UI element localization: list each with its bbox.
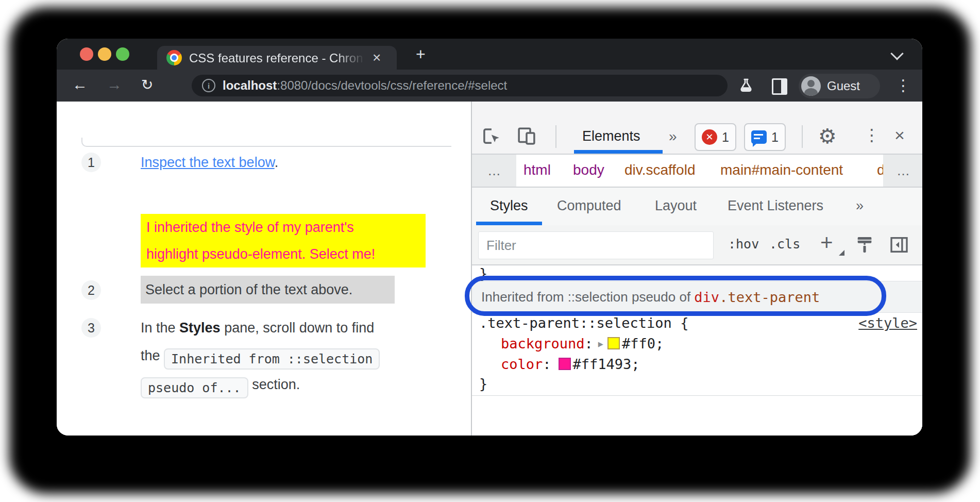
- devtools-menu-icon[interactable]: ⋮: [864, 125, 880, 145]
- demo-box-bottom-edge: [81, 138, 451, 147]
- step-2-text: Select a portion of the text above.: [145, 282, 352, 298]
- tab-title: CSS features reference - Chron: [189, 51, 368, 66]
- screenshot-root: CSS features reference - Chron × + ← → ↻…: [0, 0, 980, 502]
- devtools-close-icon[interactable]: ×: [894, 125, 905, 145]
- rule-close-brace: }: [479, 376, 487, 392]
- tab-event-listeners[interactable]: Event Listeners: [728, 198, 823, 214]
- crumb-body[interactable]: body: [573, 162, 604, 178]
- tab-styles[interactable]: Styles: [490, 198, 528, 214]
- profile-button[interactable]: Guest: [799, 74, 880, 98]
- new-style-rule-button[interactable]: +: [820, 230, 833, 255]
- inherited-node-class[interactable]: .text-parent: [719, 289, 820, 305]
- step-number: 3: [81, 318, 101, 338]
- inherited-from-section: Inherited from ::selection pseudo of div…: [472, 281, 922, 313]
- inspect-element-icon[interactable]: [480, 125, 502, 149]
- browser-tab[interactable]: CSS features reference - Chron ×: [157, 46, 397, 70]
- address-bar[interactable]: i localhost:8080/docs/devtools/css/refer…: [192, 75, 728, 96]
- page-viewport: 1 Inspect the text below. I inherited th…: [57, 102, 471, 436]
- tab-layout[interactable]: Layout: [655, 198, 697, 214]
- active-sidebar-tab-underline: [476, 222, 542, 225]
- inspect-link[interactable]: Inspect the text below: [141, 155, 275, 170]
- issues-icon: [751, 130, 767, 144]
- crumb-html[interactable]: html: [523, 162, 551, 178]
- colon: :: [585, 336, 593, 352]
- back-button[interactable]: ←: [72, 76, 88, 93]
- more-tabs-chevron-icon[interactable]: »: [856, 198, 864, 214]
- step-3-line-3: pseudo of... section.: [141, 377, 300, 398]
- profile-name: Guest: [827, 79, 860, 93]
- dom-breadcrumbs: … html body div.scaffold main#main-conte…: [472, 155, 922, 188]
- url-path: :8080/docs/devtools/css/reference/#selec…: [277, 78, 507, 92]
- highlight-line-1: I inherited the style of my parent's: [146, 220, 354, 236]
- url-host: localhost: [223, 78, 277, 92]
- toggle-sidebar-icon[interactable]: [888, 235, 910, 257]
- step-3-line-2: the Inherited from ::selection: [141, 348, 380, 370]
- toggle-hover-state-button[interactable]: :hov: [728, 237, 759, 252]
- section-divider: [472, 395, 922, 396]
- colon: :: [543, 356, 551, 372]
- minimize-window-button[interactable]: [98, 47, 111, 61]
- crumb-main-content[interactable]: main#main-content: [720, 162, 843, 178]
- rule-origin-link[interactable]: <style>: [858, 315, 917, 331]
- inline-code-2: pseudo of...: [141, 377, 248, 398]
- step-3-pre: In the: [141, 320, 179, 336]
- forward-button[interactable]: →: [107, 76, 122, 93]
- close-window-button[interactable]: [80, 47, 93, 61]
- crumbs-overflow-right[interactable]: …: [883, 155, 922, 187]
- styles-pane: } Inherited from ::selection pseudo of d…: [472, 265, 922, 436]
- console-errors-badge[interactable]: ✕ 1: [695, 123, 736, 151]
- rendering-brush-icon[interactable]: [854, 235, 875, 257]
- rule-declaration-background[interactable]: background:▶#ff0;: [501, 336, 664, 352]
- crumbs-overflow-left[interactable]: …: [472, 155, 516, 187]
- step-3-line-1: In the Styles pane, scroll down to find: [141, 320, 374, 336]
- reload-button[interactable]: ↻: [141, 76, 153, 93]
- tab-computed[interactable]: Computed: [557, 198, 621, 214]
- step-1-period: .: [275, 155, 279, 170]
- property-value: #ff1493;: [573, 356, 640, 372]
- devtools-toolbar: Elements » ✕ 1 1 ⚙ ⋮ ×: [472, 102, 922, 155]
- tab-strip: CSS features reference - Chron × +: [57, 39, 922, 70]
- inherited-node-tag[interactable]: div: [694, 289, 719, 305]
- toolbar-divider: [802, 125, 803, 148]
- step-3-line2-pre: the: [141, 348, 164, 363]
- expand-arrow-icon[interactable]: ▶: [598, 339, 603, 349]
- error-icon: ✕: [702, 129, 717, 145]
- color-swatch-yellow[interactable]: [607, 337, 620, 349]
- crumb-div-scaffold[interactable]: div.scaffold: [624, 162, 695, 178]
- toggle-classes-button[interactable]: .cls: [769, 237, 800, 252]
- browser-window: CSS features reference - Chron × + ← → ↻…: [57, 39, 922, 436]
- rule-declaration-color[interactable]: color:#ff1493;: [501, 356, 640, 372]
- step-1-text: Inspect the text below.: [141, 155, 278, 171]
- browser-menu-button[interactable]: ⋮: [895, 76, 911, 94]
- site-info-icon[interactable]: i: [202, 79, 215, 92]
- inherited-prefix: Inherited from ::selection pseudo of: [481, 289, 694, 305]
- step-3-post: pane, scroll down to find: [221, 320, 375, 336]
- error-count: 1: [722, 130, 729, 145]
- experiments-flask-icon[interactable]: [738, 77, 754, 96]
- filter-input[interactable]: [478, 231, 714, 259]
- maximize-window-button[interactable]: [116, 47, 129, 61]
- side-panel-icon[interactable]: [772, 78, 787, 95]
- new-rule-corner-triangle: [839, 250, 844, 256]
- rule-selector[interactable]: .text-parent::selection {: [479, 315, 688, 331]
- highlighted-demo-text[interactable]: I inherited the style of my parent's hig…: [141, 214, 426, 267]
- chevron-down-icon[interactable]: [890, 47, 903, 60]
- new-tab-button[interactable]: +: [416, 45, 426, 64]
- issue-count: 1: [771, 130, 779, 145]
- selected-text-region: Select a portion of the text above.: [141, 276, 395, 304]
- browser-toolbar: ← → ↻ i localhost:8080/docs/devtools/css…: [57, 70, 922, 102]
- devtools-panel: Elements » ✕ 1 1 ⚙ ⋮ ×: [471, 102, 922, 436]
- issues-badge[interactable]: 1: [744, 123, 786, 151]
- content-area: 1 Inspect the text below. I inherited th…: [57, 102, 922, 436]
- more-panels-chevron-icon[interactable]: »: [669, 128, 677, 145]
- toolbar-divider: [555, 125, 556, 148]
- tab-close-icon[interactable]: ×: [373, 49, 381, 66]
- step-number: 1: [81, 153, 101, 172]
- color-swatch-pink[interactable]: [559, 358, 571, 370]
- styles-filter-bar: :hov .cls +: [472, 225, 922, 265]
- active-tab-underline: [574, 150, 663, 154]
- tab-elements[interactable]: Elements: [582, 128, 640, 144]
- settings-gear-icon[interactable]: ⚙: [818, 124, 837, 148]
- url-text: localhost:8080/docs/devtools/css/referen…: [223, 78, 507, 93]
- device-toolbar-icon[interactable]: [515, 125, 538, 149]
